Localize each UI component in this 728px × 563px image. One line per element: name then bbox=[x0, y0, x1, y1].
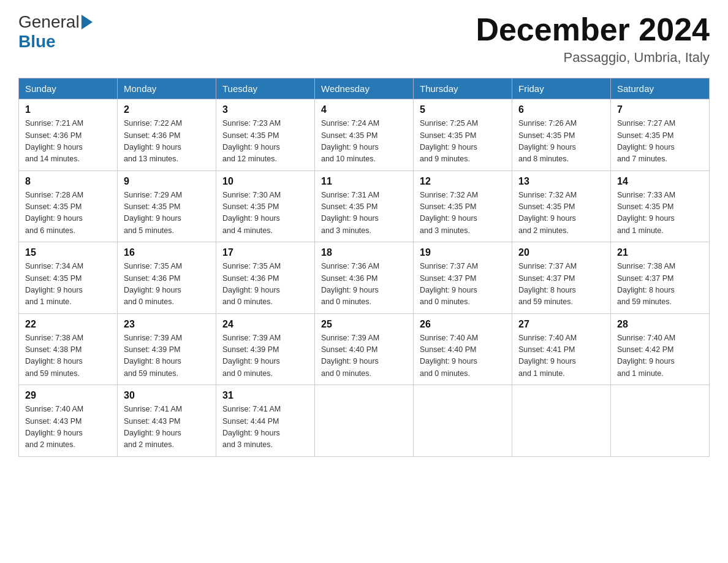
day-number: 31 bbox=[222, 390, 308, 401]
day-number: 9 bbox=[124, 176, 210, 187]
table-row bbox=[611, 385, 710, 457]
day-number: 21 bbox=[617, 247, 703, 258]
day-info: Sunrise: 7:31 AMSunset: 4:35 PMDaylight:… bbox=[321, 190, 407, 237]
day-number: 10 bbox=[222, 176, 308, 187]
day-info: Sunrise: 7:37 AMSunset: 4:37 PMDaylight:… bbox=[420, 261, 506, 308]
calendar-week-row: 29Sunrise: 7:40 AMSunset: 4:43 PMDayligh… bbox=[19, 385, 710, 457]
table-row: 15Sunrise: 7:34 AMSunset: 4:35 PMDayligh… bbox=[19, 242, 118, 314]
day-info: Sunrise: 7:21 AMSunset: 4:36 PMDaylight:… bbox=[25, 118, 111, 166]
day-info: Sunrise: 7:41 AMSunset: 4:43 PMDaylight:… bbox=[124, 404, 210, 451]
day-number: 5 bbox=[420, 104, 506, 115]
col-thursday: Thursday bbox=[414, 79, 512, 99]
calendar-week-row: 8Sunrise: 7:28 AMSunset: 4:35 PMDaylight… bbox=[19, 170, 710, 242]
day-number: 23 bbox=[124, 319, 210, 330]
col-monday: Monday bbox=[118, 79, 216, 99]
day-number: 17 bbox=[222, 247, 308, 258]
table-row: 14Sunrise: 7:33 AMSunset: 4:35 PMDayligh… bbox=[611, 170, 710, 242]
day-number: 16 bbox=[124, 247, 210, 258]
table-row: 4Sunrise: 7:24 AMSunset: 4:35 PMDaylight… bbox=[315, 99, 414, 171]
day-number: 24 bbox=[222, 319, 308, 330]
day-number: 26 bbox=[420, 319, 506, 330]
day-info: Sunrise: 7:34 AMSunset: 4:35 PMDaylight:… bbox=[25, 261, 111, 308]
day-number: 20 bbox=[518, 247, 604, 258]
logo-blue-text: Blue bbox=[18, 32, 56, 52]
day-number: 15 bbox=[25, 247, 111, 258]
day-number: 8 bbox=[25, 176, 111, 187]
table-row bbox=[414, 385, 512, 457]
day-info: Sunrise: 7:37 AMSunset: 4:37 PMDaylight:… bbox=[518, 261, 604, 308]
day-number: 11 bbox=[321, 176, 407, 187]
calendar-table: Sunday Monday Tuesday Wednesday Thursday… bbox=[18, 78, 710, 457]
col-friday: Friday bbox=[512, 79, 611, 99]
col-tuesday: Tuesday bbox=[216, 79, 315, 99]
calendar-week-row: 15Sunrise: 7:34 AMSunset: 4:35 PMDayligh… bbox=[19, 242, 710, 314]
table-row: 26Sunrise: 7:40 AMSunset: 4:40 PMDayligh… bbox=[414, 313, 512, 385]
day-info: Sunrise: 7:25 AMSunset: 4:35 PMDaylight:… bbox=[420, 118, 506, 166]
day-number: 19 bbox=[420, 247, 506, 258]
day-number: 29 bbox=[25, 390, 111, 401]
day-number: 28 bbox=[617, 319, 703, 330]
logo: General Blue bbox=[18, 12, 93, 52]
day-info: Sunrise: 7:39 AMSunset: 4:39 PMDaylight:… bbox=[222, 332, 308, 380]
day-info: Sunrise: 7:38 AMSunset: 4:37 PMDaylight:… bbox=[617, 261, 703, 308]
day-info: Sunrise: 7:39 AMSunset: 4:40 PMDaylight:… bbox=[321, 332, 407, 380]
day-info: Sunrise: 7:27 AMSunset: 4:35 PMDaylight:… bbox=[617, 118, 703, 166]
table-row: 3Sunrise: 7:23 AMSunset: 4:35 PMDaylight… bbox=[216, 99, 315, 171]
table-row: 16Sunrise: 7:35 AMSunset: 4:36 PMDayligh… bbox=[118, 242, 216, 314]
calendar-week-row: 22Sunrise: 7:38 AMSunset: 4:38 PMDayligh… bbox=[19, 313, 710, 385]
day-info: Sunrise: 7:41 AMSunset: 4:44 PMDaylight:… bbox=[222, 404, 308, 451]
table-row bbox=[315, 385, 414, 457]
day-number: 1 bbox=[25, 104, 111, 115]
table-row: 17Sunrise: 7:35 AMSunset: 4:36 PMDayligh… bbox=[216, 242, 315, 314]
table-row: 28Sunrise: 7:40 AMSunset: 4:42 PMDayligh… bbox=[611, 313, 710, 385]
day-number: 4 bbox=[321, 104, 407, 115]
table-row: 21Sunrise: 7:38 AMSunset: 4:37 PMDayligh… bbox=[611, 242, 710, 314]
day-info: Sunrise: 7:32 AMSunset: 4:35 PMDaylight:… bbox=[420, 190, 506, 237]
day-info: Sunrise: 7:40 AMSunset: 4:43 PMDaylight:… bbox=[25, 404, 111, 451]
table-row: 24Sunrise: 7:39 AMSunset: 4:39 PMDayligh… bbox=[216, 313, 315, 385]
page-header: General Blue December 2024 Passaggio, Um… bbox=[18, 12, 710, 66]
day-info: Sunrise: 7:33 AMSunset: 4:35 PMDaylight:… bbox=[617, 190, 703, 237]
table-row: 25Sunrise: 7:39 AMSunset: 4:40 PMDayligh… bbox=[315, 313, 414, 385]
day-info: Sunrise: 7:32 AMSunset: 4:35 PMDaylight:… bbox=[518, 190, 604, 237]
table-row: 23Sunrise: 7:39 AMSunset: 4:39 PMDayligh… bbox=[118, 313, 216, 385]
table-row: 6Sunrise: 7:26 AMSunset: 4:35 PMDaylight… bbox=[512, 99, 611, 171]
day-info: Sunrise: 7:35 AMSunset: 4:36 PMDaylight:… bbox=[124, 261, 210, 308]
table-row: 31Sunrise: 7:41 AMSunset: 4:44 PMDayligh… bbox=[216, 385, 315, 457]
location-subtitle: Passaggio, Umbria, Italy bbox=[476, 50, 710, 66]
table-row: 12Sunrise: 7:32 AMSunset: 4:35 PMDayligh… bbox=[414, 170, 512, 242]
day-info: Sunrise: 7:23 AMSunset: 4:35 PMDaylight:… bbox=[222, 118, 308, 166]
table-row: 9Sunrise: 7:29 AMSunset: 4:35 PMDaylight… bbox=[118, 170, 216, 242]
day-info: Sunrise: 7:40 AMSunset: 4:40 PMDaylight:… bbox=[420, 332, 506, 380]
day-info: Sunrise: 7:40 AMSunset: 4:41 PMDaylight:… bbox=[518, 332, 604, 380]
day-number: 30 bbox=[124, 390, 210, 401]
calendar-week-row: 1Sunrise: 7:21 AMSunset: 4:36 PMDaylight… bbox=[19, 99, 710, 171]
table-row: 27Sunrise: 7:40 AMSunset: 4:41 PMDayligh… bbox=[512, 313, 611, 385]
day-info: Sunrise: 7:35 AMSunset: 4:36 PMDaylight:… bbox=[222, 261, 308, 308]
table-row: 13Sunrise: 7:32 AMSunset: 4:35 PMDayligh… bbox=[512, 170, 611, 242]
day-number: 22 bbox=[25, 319, 111, 330]
col-saturday: Saturday bbox=[611, 79, 710, 99]
table-row: 22Sunrise: 7:38 AMSunset: 4:38 PMDayligh… bbox=[19, 313, 118, 385]
day-number: 25 bbox=[321, 319, 407, 330]
day-info: Sunrise: 7:39 AMSunset: 4:39 PMDaylight:… bbox=[124, 332, 210, 380]
day-info: Sunrise: 7:38 AMSunset: 4:38 PMDaylight:… bbox=[25, 332, 111, 380]
day-number: 7 bbox=[617, 104, 703, 115]
logo-triangle-icon bbox=[82, 15, 93, 29]
table-row: 7Sunrise: 7:27 AMSunset: 4:35 PMDaylight… bbox=[611, 99, 710, 171]
table-row: 18Sunrise: 7:36 AMSunset: 4:36 PMDayligh… bbox=[315, 242, 414, 314]
table-row: 10Sunrise: 7:30 AMSunset: 4:35 PMDayligh… bbox=[216, 170, 315, 242]
title-block: December 2024 Passaggio, Umbria, Italy bbox=[476, 12, 710, 66]
calendar-header-row: Sunday Monday Tuesday Wednesday Thursday… bbox=[19, 79, 710, 99]
table-row: 1Sunrise: 7:21 AMSunset: 4:36 PMDaylight… bbox=[19, 99, 118, 171]
day-info: Sunrise: 7:36 AMSunset: 4:36 PMDaylight:… bbox=[321, 261, 407, 308]
day-info: Sunrise: 7:28 AMSunset: 4:35 PMDaylight:… bbox=[25, 190, 111, 237]
day-number: 12 bbox=[420, 176, 506, 187]
table-row: 11Sunrise: 7:31 AMSunset: 4:35 PMDayligh… bbox=[315, 170, 414, 242]
day-info: Sunrise: 7:40 AMSunset: 4:42 PMDaylight:… bbox=[617, 332, 703, 380]
day-number: 18 bbox=[321, 247, 407, 258]
table-row bbox=[512, 385, 611, 457]
table-row: 2Sunrise: 7:22 AMSunset: 4:36 PMDaylight… bbox=[118, 99, 216, 171]
table-row: 8Sunrise: 7:28 AMSunset: 4:35 PMDaylight… bbox=[19, 170, 118, 242]
day-number: 6 bbox=[518, 104, 604, 115]
